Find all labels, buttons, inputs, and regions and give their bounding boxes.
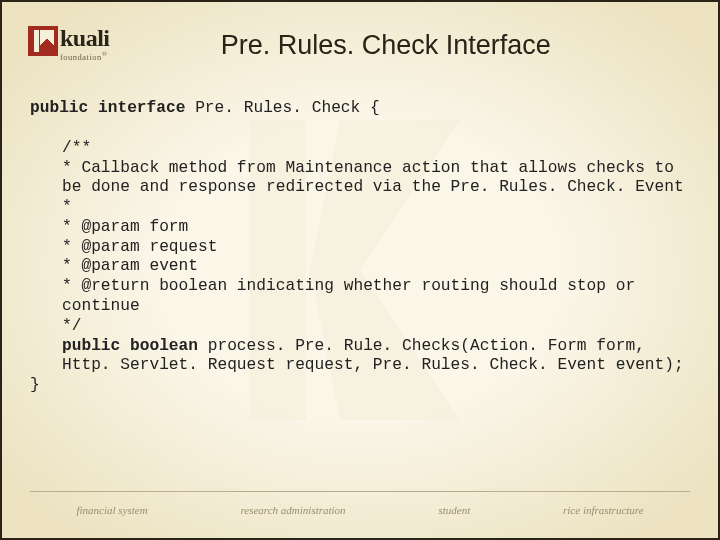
javadoc-description: * Callback method from Maintenance actio… [30, 159, 690, 199]
footer-divider [30, 491, 690, 492]
javadoc-open: /** [30, 139, 690, 159]
method-signature: public boolean process. Pre. Rule. Check… [30, 337, 690, 377]
code-block: public interface Pre. Rules. Check { /**… [28, 99, 692, 395]
logo-mark-icon [28, 26, 58, 56]
javadoc-close: */ [30, 317, 690, 337]
slide-title: Pre. Rules. Check Interface [80, 30, 692, 61]
javadoc-return: * @return boolean indicating whether rou… [30, 277, 690, 317]
javadoc-param-request: * @param request [30, 238, 690, 258]
javadoc-param-form: * @param form [30, 218, 690, 238]
header: kuali foundation® Pre. Rules. Check Inte… [28, 20, 692, 61]
javadoc-param-event: * @param event [30, 257, 690, 277]
close-brace: } [30, 376, 690, 396]
footer-research: research administration [240, 504, 345, 516]
javadoc-blank: * [30, 198, 690, 218]
footer-rice: rice infrastructure [563, 504, 644, 516]
footer-financial: financial system [76, 504, 147, 516]
footer: financial system research administration… [2, 504, 718, 516]
footer-student: student [438, 504, 470, 516]
slide: kuali foundation® Pre. Rules. Check Inte… [0, 0, 720, 540]
code-line-declaration: public interface Pre. Rules. Check { [30, 99, 690, 119]
